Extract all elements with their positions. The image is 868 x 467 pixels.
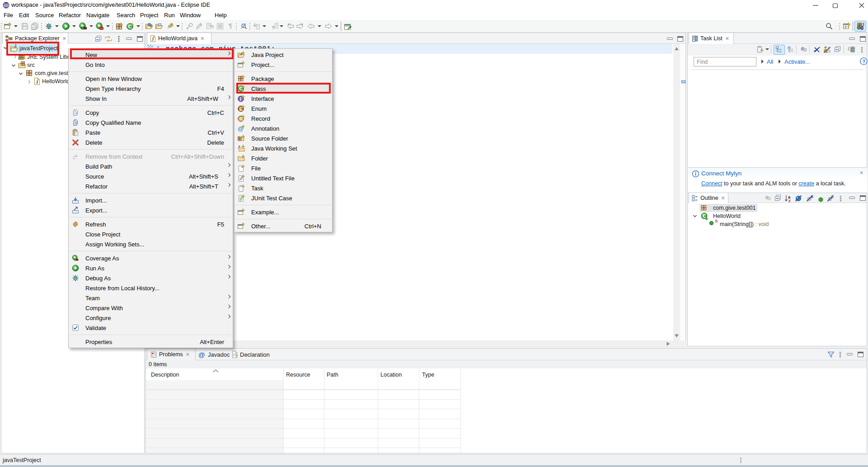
svg-text:J: J xyxy=(240,52,242,56)
svg-text:I: I xyxy=(240,96,241,102)
svg-text:?: ? xyxy=(863,59,866,64)
svg-text:J: J xyxy=(36,79,38,85)
svg-text:J: J xyxy=(862,23,864,28)
svg-text:J: J xyxy=(152,36,154,41)
svg-text:z: z xyxy=(788,198,791,203)
svg-text:C: C xyxy=(703,213,706,219)
